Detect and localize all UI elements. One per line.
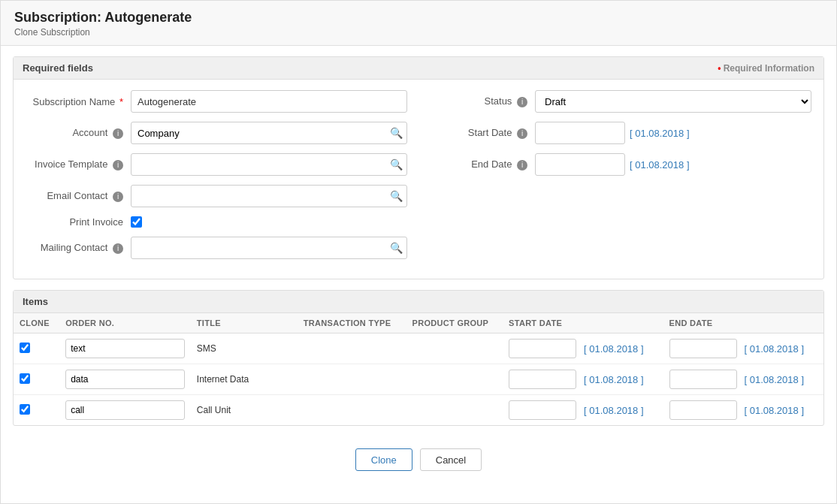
row-title-text: Internet Data	[197, 374, 249, 385]
row-start-date-cell: [ 01.08.2018 ]	[503, 333, 663, 364]
print-invoice-label: Print Invoice	[26, 216, 131, 228]
row-end-date-link[interactable]: [ 01.08.2018 ]	[745, 374, 805, 385]
row-end-date-input[interactable]	[669, 400, 737, 420]
items-table-header-row: CLONE ORDER NO. TITLE TRANSACTION TYPE P…	[14, 313, 823, 333]
content-area: Required fields • Required Information S…	[1, 46, 836, 490]
start-date-info-icon[interactable]: i	[517, 128, 527, 139]
col-header-order-no: ORDER NO.	[59, 313, 191, 333]
status-info-icon[interactable]: i	[517, 97, 527, 107]
col-header-clone: CLONE	[14, 313, 59, 333]
status-row: Status i Draft Active Inactive	[430, 90, 811, 113]
items-table-body: SMS [ 01.08.2018 ] [ 01.08.2018 ]	[14, 333, 823, 426]
form-col-right: Status i Draft Active Inactive Start Dat…	[430, 90, 811, 268]
items-table: CLONE ORDER NO. TITLE TRANSACTION TYPE P…	[14, 313, 823, 425]
row-start-date-link[interactable]: [ 01.08.2018 ]	[584, 374, 644, 385]
row-clone-checkbox[interactable]	[20, 404, 30, 415]
cancel-button[interactable]: Cancel	[420, 448, 482, 471]
table-row: Internet Data [ 01.08.2018 ] [ 01.08.201…	[14, 364, 823, 395]
required-fields-header: Required fields • Required Information	[14, 57, 823, 80]
mailing-contact-search-button[interactable]: 🔍	[390, 243, 403, 253]
row-start-date-input[interactable]	[509, 400, 576, 420]
row-end-date-cell: [ 01.08.2018 ]	[663, 395, 824, 426]
account-label: Account i	[26, 127, 131, 139]
table-row: Call Unit [ 01.08.2018 ] [ 01.08.2018 ]	[14, 395, 823, 426]
email-contact-search-button[interactable]: 🔍	[390, 191, 403, 201]
row-start-date-cell: [ 01.08.2018 ]	[503, 395, 663, 426]
row-end-date-cell: [ 01.08.2018 ]	[663, 364, 824, 395]
row-order-no-input[interactable]	[65, 400, 185, 420]
col-header-product-group: PRODUCT GROUP	[406, 313, 503, 333]
mailing-contact-info-icon[interactable]: i	[113, 243, 123, 254]
end-date-link[interactable]: [ 01.08.2018 ]	[630, 159, 690, 171]
subscription-name-label: Subscription Name *	[26, 96, 131, 107]
row-title-cell: Call Unit	[191, 395, 298, 426]
row-end-date-cell: [ 01.08.2018 ]	[663, 333, 824, 364]
print-invoice-checkbox-wrapper	[131, 216, 142, 228]
row-end-date-link[interactable]: [ 01.08.2018 ]	[745, 343, 805, 355]
invoice-template-row: Invoice Template i 🔍	[26, 153, 407, 176]
invoice-template-label: Invoice Template i	[26, 158, 131, 171]
required-fields-section: Required fields • Required Information S…	[13, 56, 824, 279]
required-star: *	[119, 96, 123, 107]
form-col-left: Subscription Name * Account i	[26, 90, 407, 268]
row-end-date-input[interactable]	[669, 339, 737, 358]
row-start-date-link[interactable]: [ 01.08.2018 ]	[584, 343, 644, 355]
subscription-name-input[interactable]	[131, 90, 407, 113]
page-subtitle: Clone Subscription	[14, 27, 823, 38]
subscription-name-row: Subscription Name *	[26, 90, 407, 113]
mailing-contact-label: Mailing Contact i	[26, 242, 131, 254]
row-clone-checkbox[interactable]	[20, 343, 30, 353]
invoice-template-input-wrapper: 🔍	[131, 153, 407, 176]
account-search-button[interactable]: 🔍	[390, 128, 403, 138]
end-date-label: End Date i	[430, 158, 535, 171]
row-start-date-link[interactable]: [ 01.08.2018 ]	[584, 405, 644, 416]
account-input[interactable]	[131, 122, 407, 144]
row-end-date-input[interactable]	[669, 370, 737, 389]
col-header-transaction-type: TRANSACTION TYPE	[298, 313, 406, 333]
print-invoice-checkbox[interactable]	[131, 216, 142, 228]
mailing-contact-row: Mailing Contact i 🔍	[26, 237, 407, 259]
invoice-template-input[interactable]	[131, 153, 407, 176]
start-date-wrapper: [ 01.08.2018 ]	[535, 122, 690, 144]
row-product-group-cell	[406, 395, 503, 426]
row-end-date-link[interactable]: [ 01.08.2018 ]	[745, 405, 805, 416]
row-title-text: SMS	[197, 343, 216, 354]
row-order-no-input[interactable]	[65, 370, 185, 389]
start-date-link[interactable]: [ 01.08.2018 ]	[630, 128, 690, 139]
end-date-input[interactable]	[535, 153, 625, 176]
start-date-input[interactable]	[535, 122, 625, 144]
email-contact-input[interactable]	[131, 185, 407, 207]
account-row: Account i 🔍	[26, 122, 407, 144]
start-date-row: Start Date i [ 01.08.2018 ]	[430, 122, 811, 144]
row-order-no-cell	[59, 364, 191, 395]
row-title-cell: SMS	[191, 333, 298, 364]
clone-button[interactable]: Clone	[355, 448, 412, 471]
row-start-date-input[interactable]	[509, 370, 576, 389]
invoice-template-search-button[interactable]: 🔍	[390, 159, 403, 170]
status-select[interactable]: Draft Active Inactive	[535, 90, 811, 113]
email-contact-info-icon[interactable]: i	[113, 192, 123, 202]
row-product-group-cell	[406, 364, 503, 395]
row-transaction-type-cell	[298, 395, 406, 426]
items-section-header: Items	[14, 291, 823, 313]
email-contact-label: Email Contact i	[26, 190, 131, 202]
start-date-label: Start Date i	[430, 127, 535, 139]
row-clone-checkbox[interactable]	[20, 373, 30, 384]
row-product-group-cell	[406, 333, 503, 364]
required-fields-title: Required fields	[23, 62, 93, 74]
mailing-contact-input[interactable]	[131, 237, 407, 259]
row-transaction-type-cell	[298, 364, 406, 395]
end-date-info-icon[interactable]: i	[517, 160, 527, 171]
invoice-template-info-icon[interactable]: i	[113, 160, 123, 171]
row-clone-cell	[14, 395, 59, 426]
account-info-icon[interactable]: i	[113, 128, 123, 139]
end-date-row: End Date i [ 01.08.2018 ]	[430, 153, 811, 176]
page-header: Subscription: Autogenerate Clone Subscri…	[1, 1, 836, 46]
items-table-wrapper: CLONE ORDER NO. TITLE TRANSACTION TYPE P…	[14, 313, 823, 425]
row-start-date-input[interactable]	[509, 339, 576, 358]
row-order-no-cell	[59, 395, 191, 426]
col-header-title: TITLE	[191, 313, 298, 333]
page-title: Subscription: Autogenerate	[14, 10, 823, 26]
row-order-no-input[interactable]	[65, 339, 185, 358]
table-row: SMS [ 01.08.2018 ] [ 01.08.2018 ]	[14, 333, 823, 364]
